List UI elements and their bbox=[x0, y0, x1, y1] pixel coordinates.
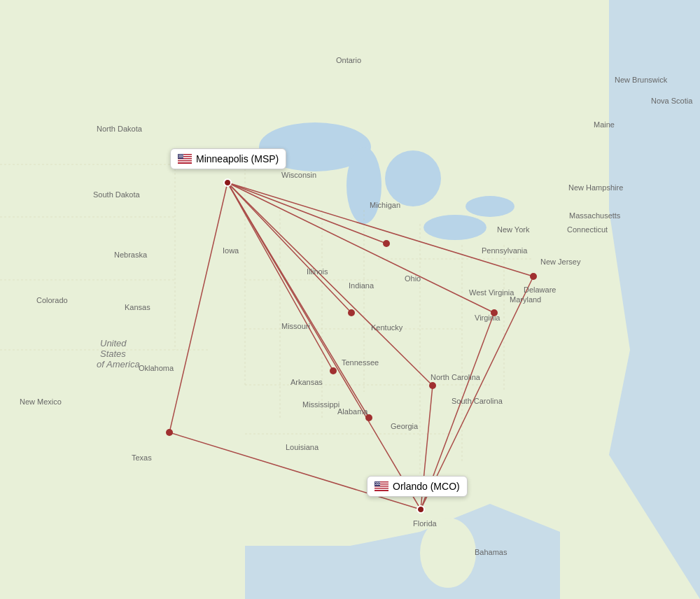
svg-point-54 bbox=[179, 157, 180, 157]
waypoint-albuquerque bbox=[166, 429, 173, 436]
svg-rect-61 bbox=[374, 487, 388, 488]
svg-point-48 bbox=[183, 155, 183, 155]
svg-point-45 bbox=[179, 155, 180, 155]
svg-point-73 bbox=[375, 484, 376, 485]
waypoint-indianapolis bbox=[348, 309, 355, 316]
svg-point-5 bbox=[424, 215, 486, 240]
svg-point-50 bbox=[180, 155, 181, 156]
svg-point-64 bbox=[375, 482, 376, 483]
svg-point-55 bbox=[181, 157, 181, 157]
svg-point-68 bbox=[379, 482, 380, 483]
waypoint-baltimore bbox=[491, 309, 498, 316]
svg-rect-42 bbox=[178, 162, 192, 163]
svg-point-65 bbox=[376, 482, 377, 483]
svg-point-44 bbox=[178, 155, 179, 155]
waypoint-newyork bbox=[530, 273, 537, 280]
svg-point-76 bbox=[378, 484, 379, 485]
airport-dot-msp bbox=[223, 178, 232, 187]
svg-point-66 bbox=[377, 482, 378, 483]
svg-rect-41 bbox=[178, 160, 192, 161]
minneapolis-text: Minneapolis (MSP) bbox=[196, 153, 279, 164]
minneapolis-label: Minneapolis (MSP) bbox=[170, 148, 286, 169]
svg-point-71 bbox=[378, 483, 379, 484]
orlando-text: Orlando (MCO) bbox=[393, 481, 460, 492]
waypoint-atlanta bbox=[365, 414, 372, 421]
svg-point-56 bbox=[181, 157, 182, 157]
waypoint-memphis bbox=[330, 367, 337, 374]
svg-point-3 bbox=[346, 147, 382, 224]
svg-point-47 bbox=[181, 155, 182, 155]
orlando-flag bbox=[374, 481, 388, 491]
svg-point-72 bbox=[379, 483, 379, 484]
waypoint-detroit bbox=[383, 240, 390, 247]
map-container: Ontario New Brunswick Nova Scotia Maine … bbox=[0, 0, 700, 599]
waypoint-charlotte bbox=[429, 382, 436, 389]
svg-point-51 bbox=[181, 155, 182, 156]
minneapolis-flag bbox=[178, 154, 192, 164]
svg-point-6 bbox=[465, 196, 514, 217]
airport-dot-mco bbox=[416, 505, 425, 514]
svg-point-57 bbox=[183, 157, 183, 157]
svg-marker-1 bbox=[0, 0, 700, 599]
svg-point-49 bbox=[179, 155, 180, 156]
svg-point-52 bbox=[182, 155, 183, 156]
svg-point-46 bbox=[181, 155, 181, 155]
svg-point-69 bbox=[376, 483, 377, 484]
svg-point-75 bbox=[377, 484, 378, 485]
svg-point-70 bbox=[377, 483, 377, 484]
svg-point-53 bbox=[178, 157, 179, 157]
svg-point-4 bbox=[385, 150, 441, 206]
svg-rect-62 bbox=[374, 489, 388, 491]
svg-point-74 bbox=[376, 484, 377, 485]
map-svg bbox=[0, 0, 700, 599]
svg-point-7 bbox=[420, 518, 476, 588]
svg-point-77 bbox=[379, 484, 380, 485]
svg-point-67 bbox=[378, 482, 379, 483]
orlando-label: Orlando (MCO) bbox=[367, 476, 468, 497]
